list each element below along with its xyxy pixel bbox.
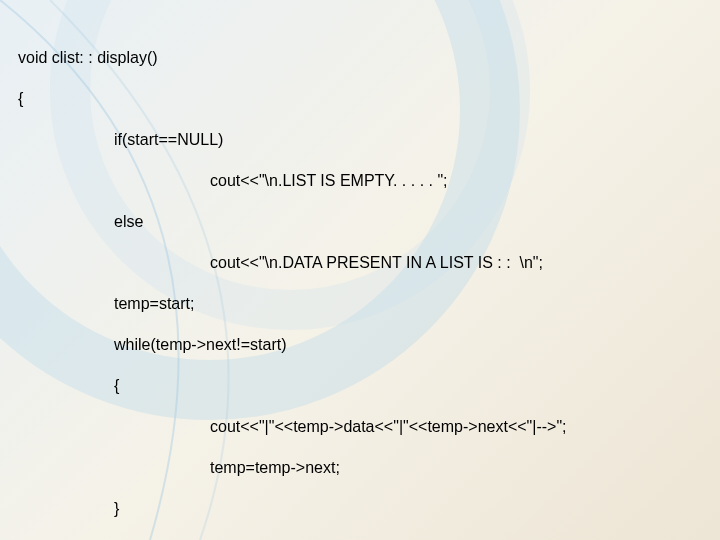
code-line: temp=temp->next; <box>18 458 720 478</box>
code-line: void clist: : display() <box>18 48 720 68</box>
code-block: void clist: : display() { if(start==NULL… <box>0 0 720 540</box>
code-line: { <box>18 89 720 109</box>
code-line: { <box>18 376 720 396</box>
code-line: cout<<"\n.DATA PRESENT IN A LIST IS : : … <box>18 253 720 273</box>
code-line: cout<<"\n.LIST IS EMPTY. . . . . "; <box>18 171 720 191</box>
code-line: } <box>18 499 720 519</box>
code-line: if(start==NULL) <box>18 130 720 150</box>
code-line: cout<<"|"<<temp->data<<"|"<<temp->next<<… <box>18 417 720 437</box>
code-line: while(temp->next!=start) <box>18 335 720 355</box>
code-line: else <box>18 212 720 232</box>
code-line: temp=start; <box>18 294 720 314</box>
